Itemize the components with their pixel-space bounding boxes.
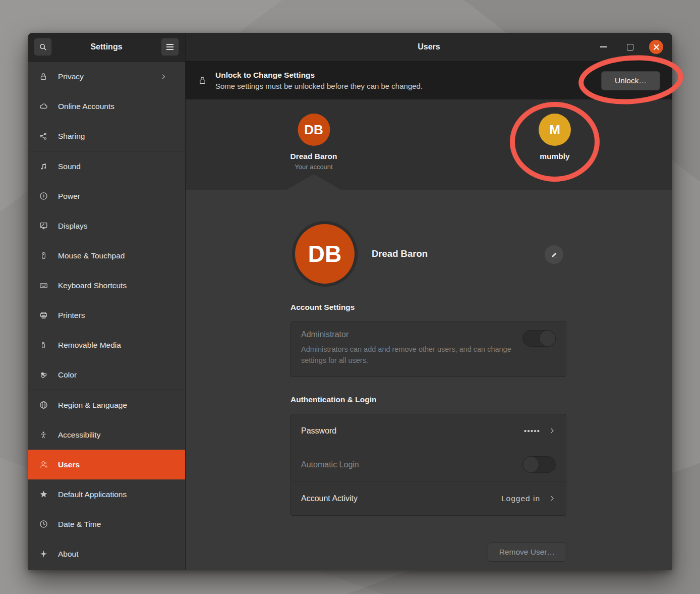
avatar: DB — [298, 114, 330, 146]
automatic-login-label: Automatic Login — [301, 460, 359, 469]
sound-icon — [37, 162, 50, 171]
sidebar-item-removable-media[interactable]: Removable Media — [28, 330, 185, 360]
carousel-user-mumbly[interactable]: M mumbly — [539, 114, 571, 161]
close-button[interactable] — [649, 40, 663, 54]
profile-header: DB Dread Baron — [290, 223, 566, 285]
sidebar-item-label: Color — [58, 370, 178, 380]
avatar: M — [539, 114, 571, 146]
clock-icon — [37, 519, 50, 529]
minimize-button[interactable] — [597, 40, 611, 54]
settings-window: Settings Privacy Onl — [28, 33, 672, 570]
sidebar-item-label: Region & Language — [58, 401, 178, 410]
window-controls — [597, 33, 663, 61]
sidebar-item-power[interactable]: Power — [28, 181, 185, 211]
sidebar-item-color[interactable]: Color — [28, 360, 185, 390]
user-detail-page: DB Dread Baron Account Settings Administ… — [186, 190, 672, 570]
toggle-knob — [522, 456, 539, 473]
sidebar-item-label: Default Applications — [58, 490, 178, 499]
sidebar-item-label: Displays — [58, 222, 178, 231]
infobar-title: Unlock to Change Settings — [215, 70, 601, 81]
section-heading-account-settings: Account Settings — [290, 303, 566, 312]
administrator-label: Administrator — [301, 330, 556, 339]
carousel-user-subtitle: Your account — [295, 163, 332, 171]
sidebar-item-label: Printers — [58, 311, 178, 320]
account-activity-row[interactable]: Account Activity Logged in — [291, 481, 566, 515]
hamburger-icon — [166, 43, 174, 50]
sidebar-item-default-applications[interactable]: Default Applications — [28, 479, 185, 509]
users-panel: Users Unlock to Change Settings Some set… — [186, 33, 672, 570]
remove-user-button[interactable]: Remove User… — [488, 543, 566, 562]
sidebar-item-date-time[interactable]: Date & Time — [28, 509, 185, 539]
unlock-infobar: Unlock to Change Settings Some settings … — [186, 62, 672, 99]
close-icon — [653, 44, 660, 50]
star-icon — [37, 490, 50, 499]
infobar-subtitle: Some settings must be unlocked before th… — [215, 81, 601, 91]
infobar-text: Unlock to Change Settings Some settings … — [215, 70, 601, 91]
edit-name-button[interactable] — [544, 245, 564, 264]
chevron-right-icon — [548, 495, 556, 502]
sidebar-item-sound[interactable]: Sound — [28, 151, 185, 181]
avatar: DB — [295, 224, 355, 284]
lock-icon — [198, 76, 207, 85]
globe-icon — [37, 400, 50, 410]
users-icon — [37, 460, 50, 469]
sidebar-item-label: Privacy — [58, 72, 157, 81]
printer-icon — [37, 310, 50, 320]
sidebar-item-label: Online Accounts — [58, 102, 178, 111]
toggle-knob — [539, 330, 556, 347]
sidebar-item-region-language[interactable]: Region & Language — [28, 390, 185, 420]
usb-icon — [37, 340, 50, 350]
sidebar-item-label: Users — [58, 460, 178, 469]
sidebar-item-label: Removable Media — [58, 341, 178, 350]
search-icon — [39, 43, 47, 51]
profile-name: Dread Baron — [372, 248, 428, 259]
sidebar-item-about[interactable]: About — [28, 539, 185, 569]
sidebar-item-sharing[interactable]: Sharing — [28, 121, 185, 151]
maximize-button[interactable] — [623, 40, 637, 54]
password-label: Password — [301, 426, 336, 436]
carousel-user-name: Dread Baron — [290, 152, 337, 161]
mouse-icon — [37, 251, 50, 260]
power-icon — [37, 191, 50, 201]
keyboard-icon — [37, 281, 50, 290]
display-icon — [37, 221, 50, 231]
app-title: Settings — [90, 42, 122, 51]
unlock-button[interactable]: Unlock… — [601, 71, 660, 90]
lock-icon — [37, 72, 50, 81]
automatic-login-toggle[interactable] — [522, 456, 556, 473]
menu-button[interactable] — [161, 38, 179, 56]
administrator-toggle[interactable] — [522, 330, 556, 347]
pencil-icon — [550, 251, 558, 259]
sidebar-item-keyboard-shortcuts[interactable]: Keyboard Shortcuts — [28, 271, 185, 300]
chevron-right-icon — [157, 73, 170, 80]
sidebar-item-printers[interactable]: Printers — [28, 300, 185, 330]
chevron-right-icon — [548, 427, 556, 435]
page-title: Users — [418, 42, 440, 51]
selected-user-pointer — [286, 174, 341, 190]
administrator-card: Administrator Administrators can add and… — [290, 321, 566, 377]
sidebar: Settings Privacy Onl — [28, 33, 186, 570]
footer-actions: Remove User… — [290, 543, 566, 562]
automatic-login-row: Automatic Login — [291, 448, 566, 481]
sidebar-item-users[interactable]: Users — [28, 450, 185, 479]
sidebar-item-label: About — [58, 550, 178, 559]
sidebar-item-label: Accessibility — [58, 430, 178, 440]
carousel-user-dread-baron[interactable]: DB Dread Baron Your account — [290, 114, 337, 171]
sidebar-item-online-accounts[interactable]: Online Accounts — [28, 91, 185, 121]
search-button[interactable] — [34, 38, 52, 56]
sidebar-header: Settings — [28, 33, 185, 62]
administrator-description: Administrators can add and remove other … — [301, 344, 513, 366]
sidebar-item-label: Power — [58, 192, 178, 201]
sidebar-item-privacy[interactable]: Privacy — [28, 62, 185, 91]
carousel-user-name: mumbly — [540, 152, 569, 161]
password-row[interactable]: Password ••••• — [291, 414, 566, 448]
sidebar-item-mouse-touchpad[interactable]: Mouse & Touchpad — [28, 241, 185, 271]
minimize-icon — [600, 46, 607, 47]
sidebar-item-accessibility[interactable]: Accessibility — [28, 420, 185, 450]
sidebar-item-label: Date & Time — [58, 520, 178, 529]
sidebar-item-label: Keyboard Shortcuts — [58, 281, 178, 290]
sparkle-icon — [37, 549, 50, 559]
cloud-icon — [37, 101, 50, 111]
section-heading-authentication: Authentication & Login — [290, 395, 566, 404]
sidebar-item-displays[interactable]: Displays — [28, 211, 185, 241]
